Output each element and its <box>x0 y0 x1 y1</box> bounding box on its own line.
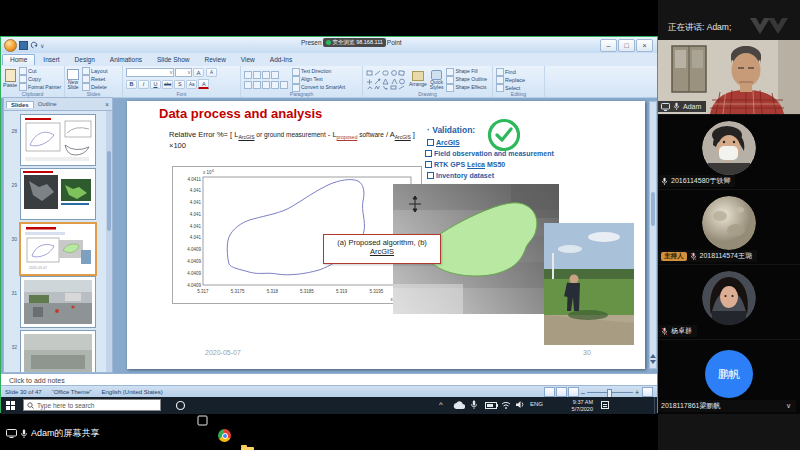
reset-button[interactable]: Reset <box>82 75 108 83</box>
columns-icon[interactable] <box>280 81 288 89</box>
indent-decrease-icon[interactable] <box>262 71 270 79</box>
zoom-slider[interactable] <box>587 392 633 393</box>
justify-icon[interactable] <box>271 81 279 89</box>
format-painter-icon <box>19 83 27 91</box>
format-painter-button[interactable]: Format Painter <box>19 83 61 91</box>
shape-fill-button[interactable]: Shape Fill <box>446 68 487 76</box>
layout-button[interactable]: Layout <box>82 67 108 75</box>
change-case-button[interactable]: Aa <box>186 80 197 89</box>
clock[interactable]: 9:37 AM5/7/2020 <box>549 399 593 412</box>
onedrive-cloud-icon[interactable] <box>453 401 465 410</box>
shape-outline-button[interactable]: Shape Outline <box>446 76 487 84</box>
participant-tile-yang[interactable]: 杨卓群 <box>658 265 800 339</box>
shapes-gallery[interactable] <box>366 70 406 90</box>
font-name-select[interactable]: ∨ <box>126 68 174 77</box>
chevron-down-icon[interactable]: ∨ <box>786 402 791 410</box>
participant-tile-liang[interactable]: 鹏帆 2018117861梁鹏帆 ∨ <box>658 340 800 414</box>
replace-button[interactable]: Replace <box>496 76 541 84</box>
previous-slide-button[interactable] <box>650 352 656 358</box>
align-right-icon[interactable] <box>262 81 270 89</box>
tab-review[interactable]: Review <box>198 55 233 65</box>
office-orb-icon[interactable] <box>4 39 17 52</box>
tab-add-ins[interactable]: Add-Ins <box>263 55 299 65</box>
italic-button[interactable]: I <box>138 80 149 89</box>
zoom-out-button[interactable]: – <box>581 389 585 396</box>
tab-view[interactable]: View <box>234 55 262 65</box>
tab-home[interactable]: Home <box>2 54 35 65</box>
volume-icon[interactable] <box>515 400 525 409</box>
slide-thumbnail-31[interactable] <box>20 276 96 328</box>
grow-font-button[interactable]: A <box>193 68 204 77</box>
slide-scrollbar[interactable] <box>649 101 657 369</box>
svg-text:4.041: 4.041 <box>190 224 202 229</box>
participant-tile-wang[interactable]: 主持人 2018114574王璐 <box>658 190 800 264</box>
next-slide-button[interactable] <box>650 360 656 366</box>
undo-icon[interactable] <box>30 41 38 49</box>
quick-styles-button[interactable]: Quick Styles <box>430 70 444 90</box>
slide-thumbnail-32[interactable] <box>20 330 96 373</box>
slide-thumbnail-29[interactable] <box>20 168 96 220</box>
close-panel-button[interactable]: × <box>105 101 109 108</box>
slide-counter: Slide 30 of 47 <box>5 389 42 395</box>
copy-button[interactable]: Copy <box>19 75 61 83</box>
close-button[interactable]: × <box>636 39 653 52</box>
strikethrough-button[interactable]: abc <box>162 80 173 89</box>
shrink-font-button[interactable]: A <box>206 68 217 77</box>
battery-icon[interactable] <box>485 402 497 409</box>
participant-tile-adam[interactable]: Adam <box>658 40 800 114</box>
ppt-title-bar[interactable]: ∨ Presen 安全浏览 98.168.111 Point – □ × <box>1 37 657 54</box>
slide-sorter-view-button[interactable] <box>556 387 567 397</box>
fit-to-window-button[interactable] <box>642 387 653 397</box>
minimize-button[interactable]: – <box>600 39 617 52</box>
align-left-icon[interactable] <box>244 81 252 89</box>
tab-slide-show[interactable]: Slide Show <box>150 55 197 65</box>
underline-button[interactable]: U <box>150 80 161 89</box>
slideshow-view-button[interactable] <box>568 387 579 397</box>
font-size-select[interactable]: ∨ <box>175 68 192 77</box>
task-view-button[interactable] <box>195 413 210 428</box>
align-center-icon[interactable] <box>253 81 261 89</box>
slides-panel-scrollbar[interactable] <box>106 111 112 373</box>
arrange-button[interactable]: Arrange <box>409 71 427 88</box>
align-text-button[interactable]: Align Text <box>292 76 345 84</box>
find-button[interactable]: Find <box>496 68 541 76</box>
bold-button[interactable]: B <box>126 80 137 89</box>
participant-tile-yu[interactable]: 2016114580于轶卿 <box>658 115 800 189</box>
tray-mic-icon[interactable] <box>470 400 478 410</box>
slides-tab[interactable]: Slides <box>6 101 34 108</box>
text-direction-button[interactable]: Text Direction <box>292 68 345 76</box>
tab-design[interactable]: Design <box>68 55 102 65</box>
chrome-icon[interactable] <box>217 429 232 444</box>
numbering-icon[interactable] <box>253 71 261 79</box>
maximize-button[interactable]: □ <box>618 39 635 52</box>
cortana-button[interactable] <box>173 398 188 413</box>
shadow-button[interactable]: S <box>174 80 185 89</box>
paste-button[interactable]: Paste <box>3 69 17 89</box>
slide-canvas[interactable]: Data process and analysis Relative Error… <box>127 101 645 369</box>
tray-expand-caret[interactable]: ^ <box>439 400 443 409</box>
slide-thumbnail-30-selected[interactable]: 2020-05-07 <box>19 222 97 276</box>
show-desktop-sliver[interactable] <box>654 397 657 414</box>
outline-tab[interactable]: Outline <box>34 101 61 107</box>
tab-animations[interactable]: Animations <box>103 55 149 65</box>
new-slide-button[interactable]: New Slide <box>67 69 79 90</box>
font-color-button[interactable]: A <box>198 79 209 89</box>
tab-insert[interactable]: Insert <box>36 55 66 65</box>
start-button[interactable] <box>6 401 15 410</box>
taskbar-search-box[interactable]: Type here to search <box>23 399 161 411</box>
action-center-icon[interactable] <box>601 401 609 409</box>
zoom-in-button[interactable]: + <box>635 389 639 396</box>
bullets-icon[interactable] <box>244 71 252 79</box>
slide-thumbnail-28[interactable] <box>20 114 96 166</box>
cut-button[interactable]: Cut <box>19 67 61 75</box>
delete-button[interactable]: Delete <box>82 83 108 91</box>
save-icon[interactable] <box>19 41 28 50</box>
figure-caption-box[interactable]: (a) Proposed algorithm, (b) ArcGIS <box>323 234 441 264</box>
network-icon[interactable] <box>501 400 511 409</box>
normal-view-button[interactable] <box>544 387 555 397</box>
language-status[interactable]: English (United States) <box>102 389 163 395</box>
indent-increase-icon[interactable] <box>271 71 279 79</box>
align-text-icon <box>292 76 300 84</box>
language-indicator[interactable]: ENG <box>530 401 543 407</box>
qat-dropdown-icon[interactable]: ∨ <box>40 42 44 49</box>
